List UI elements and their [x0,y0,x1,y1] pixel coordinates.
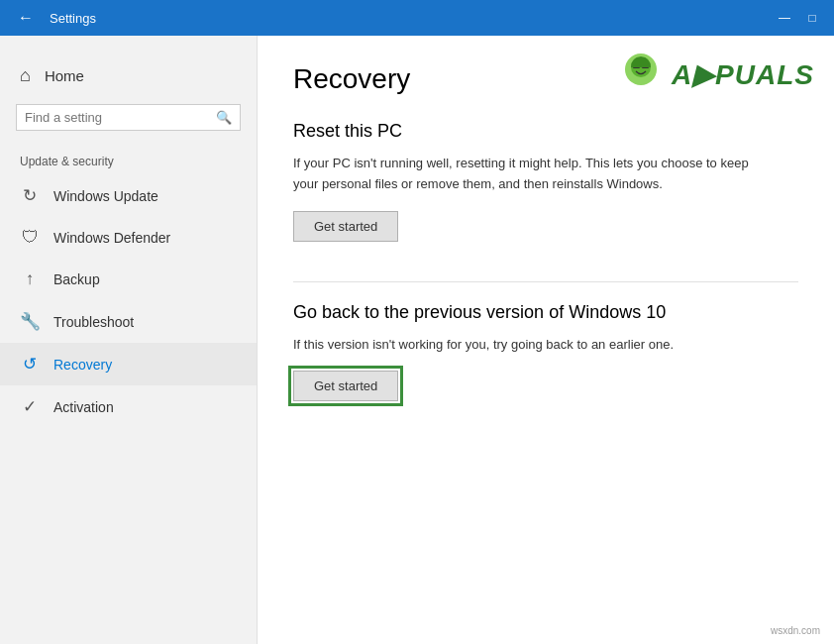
mascot-icon [616,50,666,99]
home-nav-item[interactable]: ⌂ Home [0,55,257,96]
reset-get-started-button[interactable]: Get started [293,211,398,242]
activation-icon: ✓ [20,396,40,417]
recovery-icon: ↺ [20,354,40,375]
backup-icon: ↑ [20,269,40,289]
previous-version-title: Go back to the previous version of Windo… [293,302,798,323]
previous-version-get-started-button[interactable]: Get started [293,371,398,401]
sidebar-item-windows-defender[interactable]: 🛡 Windows Defender [0,217,257,259]
sidebar: ⌂ Home 🔍 Update & security ↻ Windows Upd… [0,36,258,644]
window-title: Settings [50,11,775,26]
troubleshoot-icon: 🔧 [20,311,40,332]
content-area: A▶PUALS Recovery Reset this PC If your P… [258,36,834,644]
nav-label-recovery: Recovery [53,357,112,373]
search-icon[interactable]: 🔍 [216,110,232,125]
sidebar-item-troubleshoot[interactable]: 🔧 Troubleshoot [0,300,257,343]
wsxdn-badge: wsxdn.com [767,623,824,638]
minimize-button[interactable]: — [775,8,794,28]
search-input[interactable] [25,110,210,125]
nav-label-windows-update: Windows Update [53,188,158,204]
sidebar-item-recovery[interactable]: ↺ Recovery [0,343,257,385]
maximize-button[interactable]: □ [802,8,822,28]
back-button[interactable]: ← [12,4,40,32]
windows-defender-icon: 🛡 [20,228,40,248]
sidebar-section-label: Update & security [0,147,257,174]
window-controls: — □ [775,8,822,28]
nav-label-backup: Backup [53,271,100,287]
home-label: Home [45,67,84,84]
main-container: ⌂ Home 🔍 Update & security ↻ Windows Upd… [0,36,834,644]
search-box[interactable]: 🔍 [16,104,241,131]
windows-update-icon: ↻ [20,185,40,206]
watermark: A▶PUALS [616,50,814,99]
watermark-logo: A▶PUALS [672,58,814,91]
previous-version-section: Go back to the previous version of Windo… [293,302,798,432]
sidebar-item-windows-update[interactable]: ↻ Windows Update [0,174,257,217]
title-bar: ← Settings — □ [0,0,834,36]
reset-section-title: Reset this PC [293,121,798,142]
reset-section-desc: If your PC isn't running well, resetting… [293,154,769,195]
nav-label-activation: Activation [53,399,114,415]
nav-label-windows-defender: Windows Defender [53,230,170,246]
back-icon: ← [18,9,34,27]
sidebar-item-backup[interactable]: ↑ Backup [0,259,257,300]
reset-section: Reset this PC If your PC isn't running w… [293,121,798,271]
section-divider [293,281,798,282]
previous-version-desc: If this version isn't working for you, t… [293,335,769,356]
nav-label-troubleshoot: Troubleshoot [53,314,134,330]
sidebar-item-activation[interactable]: ✓ Activation [0,385,257,428]
home-icon: ⌂ [20,65,31,86]
